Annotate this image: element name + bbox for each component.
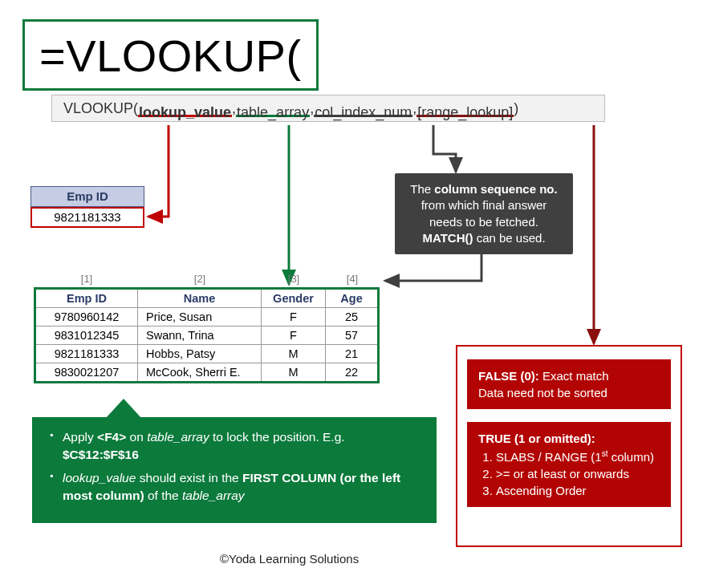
function-tooltip: VLOOKUP( lookup_value, table_array, col_… [51,95,605,122]
cell-age: 22 [326,363,379,383]
cell-gender: F [262,326,326,345]
tip-line-1: Apply <F4> on table_array to lock the po… [50,428,422,464]
copyright-text: ©Yoda Learning Solutions [220,552,359,566]
th-name: Name [138,289,262,308]
formula-text: =VLOOKUP( [39,30,302,81]
table-row: 9821181333 Hobbs, Patsy M 21 [35,345,379,363]
range-lookup-panel: FALSE (0): Exact matchData need not be s… [456,345,682,547]
table-row: 9830021207 McCook, Sherri E. M 22 [35,363,379,383]
colnum-3: [3] [262,273,326,285]
colnum-2: [2] [138,273,262,285]
emp-id-value: 9821181333 [30,207,144,228]
green-callout-pointer [106,399,141,418]
cell-id: 9780960142 [35,308,138,326]
colnum-4: [4] [326,273,379,285]
th-gender: Gender [262,289,326,308]
range-lookup-true: TRUE (1 or omitted): SLABS / RANGE (1st … [467,422,671,507]
tooltip-arg4: [range_lookup] [416,99,514,117]
emp-id-header: Emp ID [30,186,144,207]
cell-name: Hobbs, Patsy [138,345,262,363]
table-header-row: Emp ID Name Gender Age [35,289,379,308]
table-row: 9831012345 Swann, Trina F 57 [35,326,379,345]
table-row: 9780960142 Price, Susan F 25 [35,308,379,326]
tooltip-arg2: table_array [236,99,310,117]
cell-name: Price, Susan [138,308,262,326]
th-age: Age [326,289,379,308]
range-lookup-false: FALSE (0): Exact matchData need not be s… [467,359,671,409]
column-sequence-callout: The column sequence no. from which final… [395,173,573,254]
rl-true-item: Ascending Order [496,482,660,499]
cell-age: 57 [326,326,379,345]
cell-id: 9830021207 [35,363,138,383]
cell-id: 9831012345 [35,326,138,345]
column-numbers: [1] [2] [3] [4] [35,273,380,285]
th-empid: Emp ID [35,289,138,308]
tooltip-fn: VLOOKUP( [63,95,138,121]
tooltip-close: ) [514,95,518,121]
cell-gender: M [262,363,326,383]
cell-id: 9821181333 [35,345,138,363]
colnum-1: [1] [35,273,138,285]
tip-line-2: lookup_value should exist in the FIRST C… [50,469,422,505]
employee-table: Emp ID Name Gender Age 9780960142 Price,… [34,287,380,383]
cell-name: Swann, Trina [138,326,262,345]
cell-age: 25 [326,308,379,326]
rl-true-item: SLABS / RANGE (1st column) [496,448,660,465]
tooltip-arg1: lookup_value [138,99,232,117]
cell-gender: F [262,308,326,326]
cell-age: 21 [326,345,379,363]
cell-gender: M [262,345,326,363]
table-array-tip: Apply <F4> on table_array to lock the po… [32,417,437,523]
rl-true-item: >= or at least or onwards [496,465,660,482]
tooltip-arg3: col_index_num [314,99,412,117]
rl-true-head: TRUE (1 or omitted): [478,432,595,445]
cell-name: McCook, Sherri E. [138,363,262,383]
formula-box: =VLOOKUP( [22,19,319,91]
